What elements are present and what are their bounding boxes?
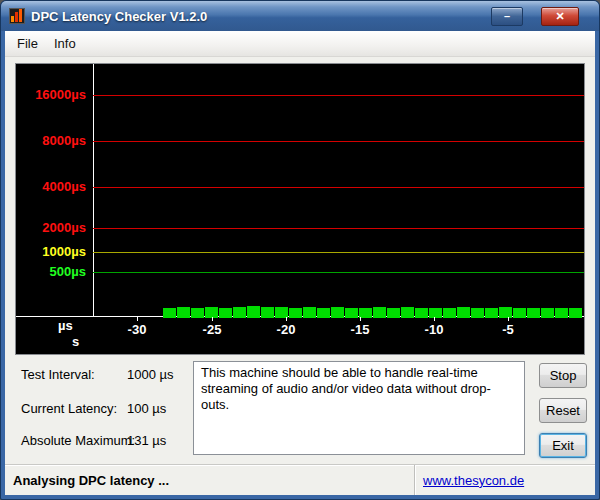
latency-bar [317,308,330,318]
chart-plot: µs s 16000µs8000µs4000µs2000µs1000µs500µ… [16,64,584,354]
gridline-500us [93,272,584,273]
y-axis-line [93,64,94,317]
status-bar: Analysing DPC latency ... www.thesycon.d… [5,464,595,495]
window-title: DPC Latency Checker V1.2.0 [31,9,207,24]
current-latency-label: Current Latency: [21,401,117,416]
latency-bar [415,308,428,318]
gridline-label-2000us: 2000µs [16,220,86,235]
latency-bar [429,308,442,318]
x-tick-label: -10 [425,322,444,337]
latency-bar [513,308,526,318]
latency-bar [219,308,232,318]
thesycon-link[interactable]: www.thesycon.de [423,473,524,488]
menubar: File Info [5,31,595,57]
latency-bar [163,308,176,318]
gridline-1000us [93,252,584,253]
gridline-4000us [93,187,584,188]
latency-bar [247,306,260,318]
x-tick-label: -20 [277,322,296,337]
assessment-message: This machine should be able to handle re… [193,361,525,455]
x-tick-label: -15 [351,322,370,337]
latency-bar [289,308,302,318]
latency-bars [163,306,582,318]
gridline-label-4000us: 4000µs [16,179,86,194]
latency-bar [261,307,274,318]
close-button[interactable]: ✕ [541,7,579,26]
latency-bar [499,307,512,318]
latency-bar [443,308,456,318]
latency-bar [541,308,554,318]
gridline-label-8000us: 8000µs [16,133,86,148]
latency-bar [485,308,498,318]
app-window: DPC Latency Checker V1.2.0 – ✕ File Info… [0,0,600,500]
minimize-button[interactable]: – [491,7,523,26]
latency-bar [373,307,386,318]
titlebar[interactable]: DPC Latency Checker V1.2.0 – ✕ [1,1,599,31]
status-text: Analysing DPC latency ... [5,473,414,488]
latency-chart: µs s 16000µs8000µs4000µs2000µs1000µs500µ… [15,63,585,355]
latency-bar [471,308,484,318]
latency-bar [555,308,568,318]
x-tick-mark [212,317,213,321]
x-axis-unit-us: µs [58,318,73,333]
latency-bar [401,307,414,318]
minimize-icon: – [504,11,510,22]
test-interval-label: Test Interval: [21,367,95,382]
latency-bar [233,307,246,318]
latency-bar [303,307,316,318]
close-icon: ✕ [555,11,564,22]
latency-bar [457,307,470,318]
x-tick-mark [508,317,509,321]
stats-panel: Test Interval: 1000 µs Current Latency: … [15,359,585,464]
client-area: File Info µs s 16000µs8000µs4000µs2000µs… [5,31,595,495]
latency-bar [345,308,358,318]
latency-bar [387,308,400,318]
latency-bar [191,308,204,318]
gridline-2000us [93,228,584,229]
x-tick-label: -25 [203,322,222,337]
latency-bar [331,307,344,318]
gridline-8000us [93,141,584,142]
absolute-maximum-value: 131 µs [127,433,166,448]
app-icon [9,8,25,24]
test-interval-value: 1000 µs [127,367,174,382]
menu-info[interactable]: Info [46,33,84,54]
x-tick-label: -5 [502,322,514,337]
gridline-16000us [93,95,584,96]
exit-button[interactable]: Exit [539,433,587,458]
current-latency-value: 100 µs [127,401,166,416]
latency-bar [569,308,582,318]
stop-button[interactable]: Stop [539,363,587,388]
gridline-label-500us: 500µs [16,264,86,279]
x-tick-label: -30 [128,322,147,337]
x-axis-unit-s: s [72,334,79,349]
x-tick-mark [137,317,138,321]
x-tick-mark [360,317,361,321]
status-link-pane: www.thesycon.de [414,465,595,495]
menu-file[interactable]: File [9,33,46,54]
latency-bar [177,307,190,318]
reset-button[interactable]: Reset [539,398,587,423]
latency-bar [527,308,540,318]
gridline-label-1000us: 1000µs [16,244,86,259]
gridline-label-16000us: 16000µs [16,87,86,102]
x-tick-mark [434,317,435,321]
absolute-maximum-label: Absolute Maximum: [21,433,135,448]
x-tick-mark [286,317,287,321]
